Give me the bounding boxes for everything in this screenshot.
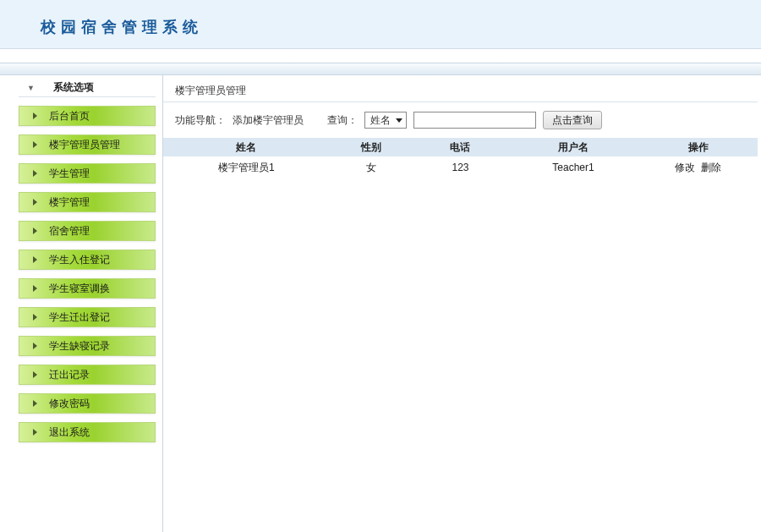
triangle-right-icon [33,228,37,234]
sidebar-item-0[interactable]: 后台首页 [19,106,156,126]
sidebar-item-7[interactable]: 学生迁出登记 [19,307,156,327]
managers-table: 姓名性别电话用户名操作 楼宇管理员1女123Teacher1修改 删除 [163,138,758,178]
triangle-right-icon [33,112,37,119]
triangle-right-icon [33,256,37,263]
column-header: 用户名 [508,138,639,156]
column-header: 电话 [413,138,507,156]
sidebar-item-9[interactable]: 迁出记录 [19,365,156,385]
sidebar-item-label: 学生入住登记 [49,253,110,267]
add-manager-link[interactable]: 添加楼宇管理员 [233,113,304,128]
sidebar-header-title: 系统选项 [53,80,94,95]
sidebar-item-label: 学生迁出登记 [49,310,110,325]
cell-username: Teacher1 [508,156,639,178]
sidebar-item-8[interactable]: 学生缺寝记录 [19,336,156,356]
edit-link[interactable]: 修改 [675,162,695,173]
function-nav: 功能导航： 添加楼宇管理员 查询： 姓名 点击查询 [163,102,761,138]
sidebar-item-label: 楼宇管理员管理 [49,138,120,152]
column-header: 操作 [638,138,758,156]
sidebar-item-label: 后台首页 [49,109,90,123]
cell-actions: 修改 删除 [638,156,758,178]
app-header: 校园宿舍管理系统 [0,0,761,49]
sidebar-item-label: 学生管理 [49,167,90,181]
cell-phone: 123 [413,156,507,178]
triangle-right-icon [33,314,37,321]
sidebar-item-1[interactable]: 楼宇管理员管理 [19,134,156,155]
sidebar-item-label: 迁出记录 [49,368,90,382]
sidebar-item-label: 修改密码 [49,397,90,411]
sidebar-item-10[interactable]: 修改密码 [19,393,156,414]
app-title: 校园宿舍管理系统 [41,17,761,37]
sidebar-item-5[interactable]: 学生入住登记 [19,250,156,270]
toolbar-strip [0,63,761,75]
sidebar: ▼ 系统选项 后台首页楼宇管理员管理学生管理楼宇管理宿舍管理学生入住登记学生寝室… [0,75,163,532]
cell-name: 楼宇管理员1 [163,156,330,178]
query-label: 查询： [327,113,358,128]
triangle-right-icon [33,429,37,436]
column-header: 姓名 [163,138,330,156]
search-input[interactable] [413,112,536,129]
sidebar-item-11[interactable]: 退出系统 [19,422,156,442]
chevron-down-icon: ▼ [27,84,35,92]
search-field-select[interactable]: 姓名 [364,112,407,129]
sidebar-item-label: 学生缺寝记录 [49,339,110,354]
sidebar-item-label: 学生寝室调换 [49,282,110,296]
sidebar-item-label: 宿舍管理 [49,224,90,239]
func-nav-label: 功能导航： [175,113,226,128]
content-area: 楼宇管理员管理 功能导航： 添加楼宇管理员 查询： 姓名 点击查询 姓名性别电话… [163,75,761,532]
triangle-right-icon [33,285,37,292]
sidebar-header[interactable]: ▼ 系统选项 [19,79,156,97]
page-title: 楼宇管理员管理 [163,80,758,102]
query-button[interactable]: 点击查询 [543,111,602,129]
triangle-right-icon [33,343,37,349]
header-separator [0,49,761,63]
table-row: 楼宇管理员1女123Teacher1修改 删除 [163,156,758,178]
sidebar-item-label: 楼宇管理 [49,195,90,210]
triangle-right-icon [33,170,37,177]
triangle-right-icon [33,141,37,148]
sidebar-item-4[interactable]: 宿舍管理 [19,221,156,241]
cell-gender: 女 [330,156,413,178]
triangle-right-icon [33,400,37,407]
column-header: 性别 [330,138,413,156]
sidebar-item-6[interactable]: 学生寝室调换 [19,278,156,299]
sidebar-item-3[interactable]: 楼宇管理 [19,192,156,212]
sidebar-item-2[interactable]: 学生管理 [19,163,156,184]
sidebar-item-label: 退出系统 [49,425,90,440]
delete-link[interactable]: 删除 [701,162,721,173]
triangle-right-icon [33,199,37,206]
select-value: 姓名 [370,113,391,128]
triangle-right-icon [33,371,37,378]
